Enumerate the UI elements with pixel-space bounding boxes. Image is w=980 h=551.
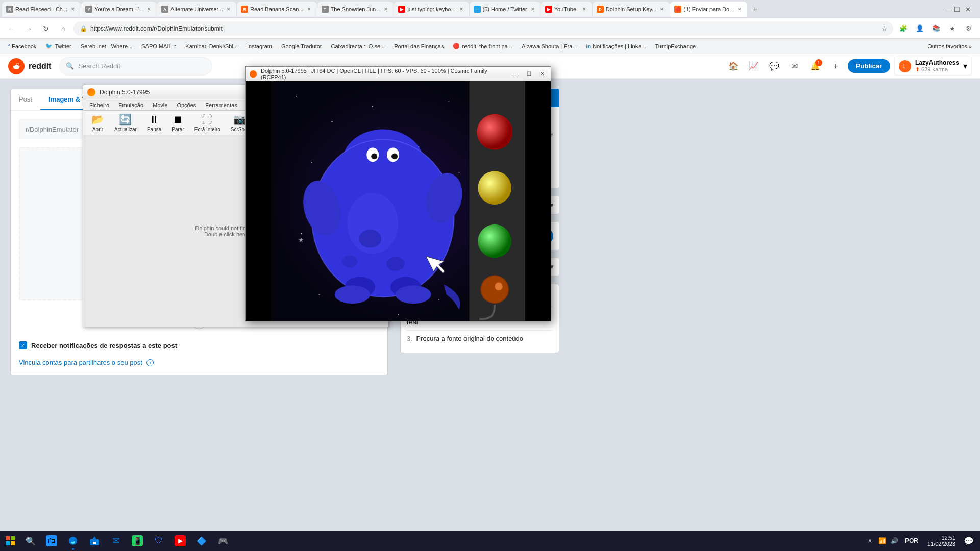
bookmark-aizawa[interactable]: Aizawa Shouta | Era...: [518, 42, 581, 51]
taskbar-language[interactable]: POR: [902, 537, 921, 544]
tab-4-close[interactable]: ✕: [306, 6, 313, 13]
dolphin-game-close[interactable]: ✕: [537, 69, 547, 79]
taskbar-app-files[interactable]: 🗂: [41, 531, 62, 551]
tab-2-close[interactable]: ✕: [145, 6, 153, 13]
taskbar-network-icon[interactable]: 📶: [877, 536, 888, 546]
taskbar-search-button[interactable]: 🔍: [20, 531, 41, 551]
tab-10-close[interactable]: ✕: [736, 6, 743, 13]
bookmark-serebi[interactable]: Serebi.net - Where...: [77, 42, 137, 51]
taskbar-app-mail[interactable]: ✉: [105, 531, 127, 551]
bookmarks-more-button[interactable]: Outros favoritos »: [923, 42, 976, 51]
menu-ficheiro[interactable]: Ficheiro: [85, 101, 113, 109]
tab-2[interactable]: Y You're a Dream, I'... ✕: [81, 2, 157, 17]
tab-3-close[interactable]: ✕: [225, 6, 232, 13]
taskbar-app-extra2[interactable]: 🎮: [212, 531, 234, 551]
back-button[interactable]: ←: [4, 21, 18, 36]
publish-button[interactable]: Publicar: [848, 59, 890, 73]
tab-6-close[interactable]: ✕: [458, 6, 465, 13]
taskbar-app-whatsapp[interactable]: 📱: [127, 531, 148, 551]
tab-3[interactable]: A Alternate Universe:... ✕: [157, 2, 236, 17]
taskbar-app-edge[interactable]: [62, 531, 84, 551]
tab-4-favicon: R: [241, 6, 248, 13]
minimize-browser[interactable]: —: [945, 6, 952, 13]
menu-ferramentas[interactable]: Ferramentas: [201, 101, 241, 109]
user-menu[interactable]: L LazyAuthoress ⬆ 639 karma ▾: [894, 57, 972, 76]
start-button[interactable]: [0, 531, 20, 551]
bookmark-reddit[interactable]: 🔴 reddit: the front pa...: [449, 41, 516, 51]
bookmark-facebook[interactable]: f Facebook: [4, 42, 40, 51]
info-icon[interactable]: i: [146, 359, 154, 366]
settings-button[interactable]: ⚙: [962, 21, 976, 36]
taskbar-clock[interactable]: 12:51 11/02/2023: [923, 535, 960, 547]
tab-7-close[interactable]: ✕: [529, 6, 536, 13]
notification-checkbox[interactable]: ✓: [19, 341, 27, 349]
tab-9[interactable]: D Dolphin Setup Key... ✕: [593, 2, 670, 17]
tab-9-close[interactable]: ✕: [658, 6, 666, 13]
tab-7[interactable]: 🐦 (5) Home / Twitter ✕: [470, 2, 541, 17]
toolbar-abrir[interactable]: 📂 Abrir: [87, 111, 108, 134]
dolphin-game-maximize[interactable]: ☐: [524, 69, 533, 79]
toolbar-actualizar[interactable]: 🔄 Actualizar: [110, 111, 141, 134]
reddit-search-bar[interactable]: 🔍 Search Reddit: [59, 57, 212, 76]
tab-5[interactable]: T The Snowden Jun... ✕: [317, 2, 394, 17]
fullscreen-icon: ⛶: [202, 114, 212, 126]
taskbar-app-extra1[interactable]: 🔷: [191, 531, 212, 551]
tab-8[interactable]: ▶ YouTube ✕: [541, 2, 592, 17]
bookmark-instagram[interactable]: Instagram: [243, 42, 276, 51]
reddit-logo[interactable]: reddit: [8, 58, 51, 74]
dolphin-game-minimize[interactable]: —: [511, 69, 520, 79]
bookmark-twitter[interactable]: 🐦 Twitter: [41, 41, 75, 51]
karma-icon: ⬆: [915, 66, 920, 72]
menu-opcoes[interactable]: Opções: [173, 101, 200, 109]
toolbar-pausa[interactable]: ⏸ Pausa: [143, 112, 165, 134]
close-browser[interactable]: ✕: [962, 5, 974, 14]
taskbar-notification-button[interactable]: 💬: [962, 531, 976, 551]
taskbar-volume-icon[interactable]: 🔊: [890, 536, 900, 546]
collections-button[interactable]: 📚: [929, 21, 943, 36]
plus-icon-button[interactable]: +: [827, 58, 844, 74]
maximize-browser[interactable]: ☐: [954, 6, 960, 13]
menu-emulacao[interactable]: Emulação: [114, 101, 148, 109]
tab-6[interactable]: ▶ just typing: keybo... ✕: [394, 2, 469, 17]
link-accounts-link[interactable]: Vincula contas para partilhares o seu po…: [19, 359, 142, 366]
favorites-button[interactable]: ★: [945, 21, 960, 36]
reload-button[interactable]: ↻: [39, 21, 53, 36]
trending-icon-button[interactable]: 📈: [746, 58, 762, 74]
pause-icon: ⏸: [149, 114, 159, 126]
tab-3-favicon: A: [161, 6, 168, 13]
taskbar-app-youtube[interactable]: ▶: [169, 531, 191, 551]
tab-8-close[interactable]: ✕: [581, 6, 588, 13]
bookmark-google-translate[interactable]: Google Tradutor: [277, 42, 326, 51]
extensions-button[interactable]: 🧩: [896, 21, 911, 36]
bookmark-linkedin[interactable]: in Notificações | Linke...: [582, 42, 650, 51]
bookmark-turnip[interactable]: TurnipExchange: [651, 42, 700, 51]
home-icon-button[interactable]: 🏠: [725, 58, 742, 74]
taskbar-app-malware[interactable]: 🛡: [148, 531, 169, 551]
tab-4[interactable]: R Read Banana Scan... ✕: [237, 2, 317, 17]
new-tab-button[interactable]: +: [748, 2, 762, 16]
tab-10[interactable]: 🔴 (1) Enviar para Do... ✕: [670, 2, 747, 17]
chat-icon-button[interactable]: 💬: [766, 58, 782, 74]
tab-1-close[interactable]: ✕: [69, 6, 77, 13]
bookmark-kaminari[interactable]: Kaminari Denki/Shi...: [181, 42, 242, 51]
inbox-icon-button[interactable]: ✉: [787, 58, 803, 74]
tab-5-close[interactable]: ✕: [382, 6, 389, 13]
toolbar-parar[interactable]: ⏹ Parar: [167, 112, 188, 134]
star-icon[interactable]: ☆: [881, 25, 887, 32]
url-bar[interactable]: 🔒 https://www.reddit.com/r/DolphinEmulat…: [74, 21, 893, 36]
forward-button[interactable]: →: [21, 21, 36, 36]
bookmark-sapo[interactable]: SAPO MAIL ::: [137, 42, 180, 51]
taskbar-app-store[interactable]: [84, 531, 105, 551]
bookmark-portal[interactable]: Portal das Finanças: [390, 42, 448, 51]
profile-button[interactable]: 👤: [913, 21, 927, 36]
tab-post[interactable]: Post: [11, 89, 40, 110]
game-scene-svg: [246, 81, 551, 321]
notifications-button[interactable]: 🔔 1: [807, 58, 823, 74]
bookmark-caixa[interactable]: Caixadirecta :: O se...: [327, 42, 389, 51]
tab-1[interactable]: R Read Eleceed - Ch... ✕: [2, 2, 81, 17]
tab-1-label: Read Eleceed - Ch...: [15, 6, 67, 12]
taskbar-chevron-up[interactable]: ∧: [865, 536, 875, 546]
toolbar-ecra-inteiro[interactable]: ⛶ Ecrã Inteiro: [190, 112, 225, 134]
menu-movie[interactable]: Movie: [149, 101, 172, 109]
home-button[interactable]: ⌂: [56, 21, 70, 36]
